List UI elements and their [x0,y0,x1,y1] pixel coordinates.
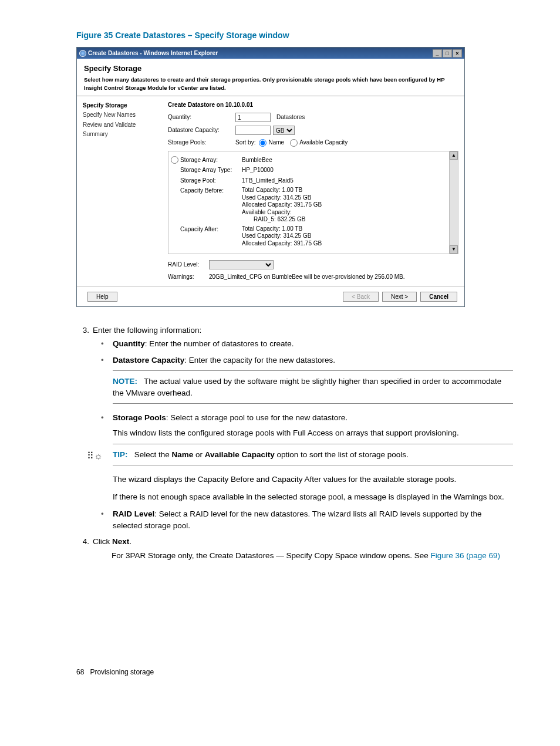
tip-lightbulb-icon: ⠿☼ [87,449,103,463]
nav-review[interactable]: Review and Validate [83,120,164,130]
para-warnings: If there is not enough space available i… [113,491,513,503]
close-icon[interactable]: × [453,49,462,58]
bullet-capacity: Datastore Capacity: Enter the capacity f… [113,355,513,366]
capacity-input[interactable] [235,126,271,135]
warnings-value: 20GB_Limited_CPG on BumbleBee will be ov… [209,273,405,282]
sort-name-label: Name [268,139,284,147]
datastores-label: Datastores [276,113,305,122]
step-4-para: For 3PAR Storage only, the Create Datast… [112,550,513,562]
page-footer: 68 Provisioning storage [76,667,513,677]
tip-label: TIP: [113,450,128,459]
sortby-label: Sort by: [235,139,255,147]
storage-pool-panel: Storage Array:BumbleBee Storage Array Ty… [168,151,458,255]
capafter-value: Total Capacity: 1.00 TBUsed Capacity: 31… [242,225,453,248]
minimize-icon[interactable]: _ [433,49,442,58]
note-label: NOTE: [113,377,137,386]
nav-specify-storage[interactable]: Specify Storage [83,101,164,111]
figure-link[interactable]: Figure 36 (page 69) [431,551,501,560]
wizard-nav: Specify Storage Specify New Names Review… [77,96,168,286]
step-3: 3. Enter the following information: [93,325,513,336]
capacity-unit-select[interactable]: GB [273,126,295,135]
window-title: Create Datastores - Windows Internet Exp… [88,49,218,58]
cancel-button[interactable]: Cancel [420,292,457,302]
scroll-down-icon[interactable]: ▼ [450,245,458,254]
figure-caption: Figure 35 Create Datastores – Specify St… [76,29,513,41]
capbefore-label: Capacity Before: [180,187,242,224]
storarrtype-value: HP_P10000 [242,166,453,175]
nav-specify-names[interactable]: Specify New Names [83,110,164,120]
dialog-heading: Specify Storage [84,63,457,75]
storarr-value: BumbleBee [242,156,453,165]
maximize-icon[interactable]: □ [443,49,452,58]
sort-avail-radio[interactable] [290,139,298,147]
tip-box: ⠿☼ TIP: Select the Name or Available Cap… [113,444,513,466]
pool-select-radio[interactable] [171,156,178,164]
ie-globe-icon [79,50,86,57]
window-titlebar: Create Datastores - Windows Internet Exp… [77,48,464,59]
bullet-quantity: Quantity: Enter the number of datastores… [113,338,513,350]
help-button[interactable]: Help [87,292,117,302]
section-title: Create Datastore on 10.10.0.01 [168,101,458,110]
quantity-label: Quantity: [168,113,235,122]
storpool-label: Storage Pool: [180,177,242,185]
back-button[interactable]: < Back [343,292,379,302]
storarrtype-label: Storage Array Type: [180,166,242,175]
scroll-up-icon[interactable]: ▲ [450,151,458,160]
para-capacity: The wizard displays the Capacity Before … [113,474,513,485]
nav-summary[interactable]: Summary [83,130,164,140]
screenshot-window: Create Datastores - Windows Internet Exp… [76,47,465,306]
storarr-label: Storage Array: [180,156,242,165]
sort-name-radio[interactable] [259,139,266,147]
scrollbar[interactable]: ▲ ▼ [449,151,458,254]
dialog-subheading: Select how many datastores to create and… [84,76,457,92]
capacity-label: Datastore Capacity: [168,126,235,135]
capbefore-value: Total Capacity: 1.00 TBUsed Capacity: 31… [242,187,453,224]
bullet-pools: Storage Pools: Select a storage pool to … [113,412,513,438]
capafter-label: Capacity After: [180,225,242,248]
sort-avail-label: Available Capacity [299,139,348,147]
bullet-raid: RAID Level: Select a RAID level for the … [113,508,513,531]
step-4: 4. Click Next. [93,536,513,548]
pools-label: Storage Pools: [168,139,235,147]
note-box: NOTE: The actual value used by the softw… [113,370,513,404]
storpool-value: 1TB_Limited_Raid5 [242,177,453,185]
raid-select[interactable] [209,260,274,269]
raid-label: RAID Level: [168,261,209,269]
quantity-input[interactable] [235,113,271,122]
next-button[interactable]: Next > [382,292,417,302]
warnings-label: Warnings: [168,273,209,282]
